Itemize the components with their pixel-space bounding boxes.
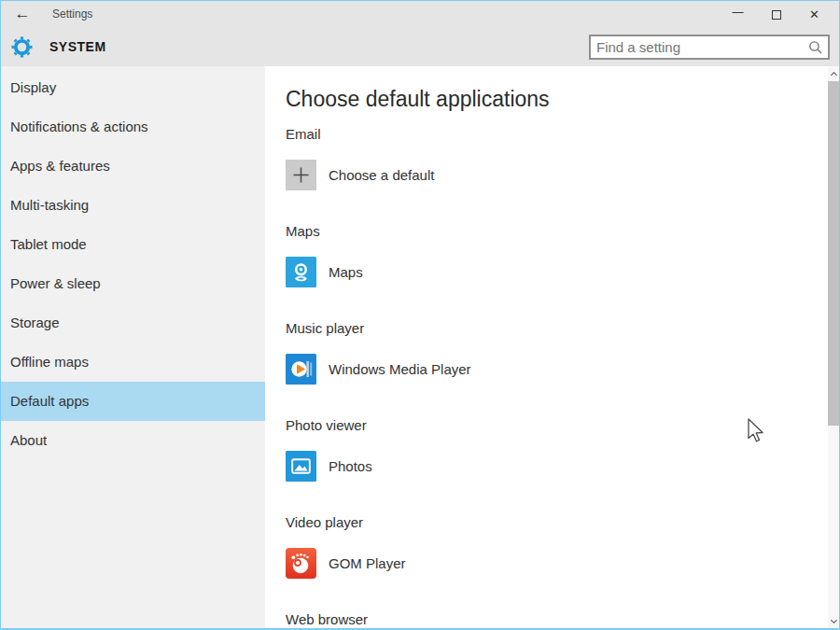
sidebar-item-offline-maps[interactable]: Offline maps <box>1 343 265 382</box>
category-label: Maps <box>286 222 840 241</box>
search-input[interactable] <box>591 39 807 55</box>
maximize-icon <box>772 10 781 20</box>
default-app-selector-music[interactable]: Windows Media Player <box>286 354 547 385</box>
default-app-selector-email[interactable]: Choose a default <box>286 160 547 190</box>
sidebar-item-power-sleep[interactable]: Power & sleep <box>1 264 265 303</box>
plus-icon <box>286 160 316 190</box>
sidebar-item-display[interactable]: Display <box>1 68 265 107</box>
category-label: Web browser <box>286 610 840 629</box>
sidebar-item-tablet-mode[interactable]: Tablet mode <box>1 225 265 264</box>
window-controls: — ✕ <box>719 1 833 28</box>
section-photo-viewer: Photo viewer Photos <box>286 416 840 482</box>
photos-app-icon <box>286 451 316 482</box>
default-app-selector-maps[interactable]: Maps <box>286 257 547 287</box>
default-app-selector-video[interactable]: GOM Player <box>286 548 547 579</box>
minimize-button[interactable]: — <box>719 1 757 28</box>
main-content: Choose default applications Email Choose… <box>265 66 840 630</box>
maps-app-icon <box>286 257 316 287</box>
section-web-browser: Web browser <box>286 610 840 629</box>
minimize-icon: — <box>733 7 744 17</box>
chevron-up-icon <box>830 72 836 78</box>
category-label: Email <box>286 125 840 144</box>
content-heading: Choose default applications <box>286 85 840 113</box>
search-box <box>589 35 830 60</box>
header: ← Settings — ✕ <box>1 1 839 66</box>
sidebar-item-about[interactable]: About <box>1 421 265 460</box>
default-app-name: Maps <box>329 264 363 280</box>
chevron-down-icon <box>830 617 836 623</box>
scrollbar-thumb[interactable] <box>828 81 839 426</box>
default-app-name: GOM Player <box>329 555 406 571</box>
category-label: Music player <box>286 319 840 338</box>
sidebar-item-notifications-actions[interactable]: Notifications & actions <box>1 107 265 147</box>
scrollbar-up-button[interactable] <box>828 66 839 81</box>
windows-media-player-icon <box>286 354 316 385</box>
back-button[interactable]: ← <box>10 4 35 24</box>
search-icon[interactable] <box>807 39 824 56</box>
section-email: Email Choose a default <box>286 125 840 190</box>
maximize-button[interactable] <box>757 1 795 28</box>
sidebar-item-multi-tasking[interactable]: Multi-tasking <box>1 186 265 225</box>
gom-player-icon <box>286 548 316 579</box>
vertical-scrollbar[interactable] <box>828 66 839 629</box>
default-app-name: Photos <box>329 458 372 474</box>
category-label: Video player <box>286 513 840 532</box>
settings-gear-icon <box>11 36 33 62</box>
section-maps: Maps Maps <box>286 222 840 287</box>
sidebar-item-storage[interactable]: Storage <box>1 303 265 343</box>
close-icon: ✕ <box>809 7 819 21</box>
default-app-selector-photos[interactable]: Photos <box>286 451 547 482</box>
sidebar-item-apps-features[interactable]: Apps & features <box>1 147 265 186</box>
section-music-player: Music player Windows Media Player <box>286 319 840 385</box>
sidebar-item-default-apps[interactable]: Default apps <box>1 382 265 421</box>
default-app-name: Windows Media Player <box>329 361 471 377</box>
scrollbar-down-button[interactable] <box>828 614 839 629</box>
settings-window: ← Settings — ✕ <box>0 0 840 630</box>
close-button[interactable]: ✕ <box>795 1 833 28</box>
sidebar: Display Notifications & actions Apps & f… <box>1 66 265 630</box>
page-title: SYSTEM <box>49 39 106 54</box>
default-app-name: Choose a default <box>329 167 434 183</box>
window-title: Settings <box>52 7 92 21</box>
category-label: Photo viewer <box>286 416 840 435</box>
section-video-player: Video player <box>286 513 840 579</box>
